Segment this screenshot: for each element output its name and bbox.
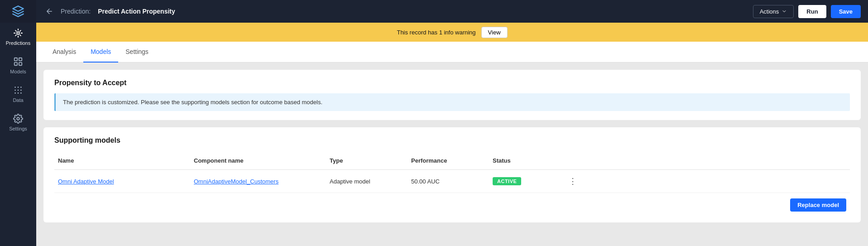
svg-point-13 [20,92,22,94]
svg-rect-2 [19,58,22,61]
sidebar-item-models[interactable]: Models [0,51,36,80]
svg-point-6 [18,87,19,88]
svg-point-14 [17,117,19,120]
predictions-icon [13,28,23,38]
settings-icon [13,114,23,124]
data-icon [13,85,23,95]
tab-models[interactable]: Models [83,42,118,63]
back-button[interactable] [43,5,55,17]
sidebar-label-settings: Settings [9,126,27,131]
svg-rect-4 [19,63,22,65]
sidebar-item-predictions[interactable]: Predictions [0,23,36,51]
component-name-link[interactable]: OmniAdaptiveModel_Customers [194,178,278,185]
col-header-status: Status [489,155,561,166]
sidebar-label-predictions: Predictions [6,40,30,46]
supporting-models-title: Supporting models [54,136,850,145]
warning-banner: This record has 1 info warning View [36,23,868,42]
actions-button[interactable]: Actions [753,5,794,18]
view-button[interactable]: View [481,27,508,38]
col-header-performance: Performance [408,155,489,166]
sidebar-item-data[interactable]: Data [0,80,36,108]
cell-status: ACTIVE [489,175,561,187]
propensity-title: Propensity to Accept [54,79,850,87]
models-icon [13,57,23,67]
topbar-actions: Actions Run Save [753,5,861,18]
more-options-button[interactable]: ⋮ [565,175,580,187]
model-name-link[interactable]: Omni Adaptive Model [58,178,114,185]
status-badge: ACTIVE [493,177,521,185]
run-button[interactable]: Run [798,5,826,18]
content-area: Analysis Models Settings Propensity to A… [36,42,868,246]
svg-point-12 [18,92,19,94]
cell-type: Adaptive model [326,176,408,187]
sidebar-item-settings[interactable]: Settings [0,108,36,137]
cell-performance: 50.00 AUC [408,176,489,187]
col-header-actions [561,155,850,166]
svg-point-10 [20,90,22,91]
col-header-name: Name [54,155,190,166]
svg-point-5 [14,87,16,88]
supporting-models-card: Supporting models Name Component name Ty… [43,127,861,222]
col-header-type: Type [326,155,408,166]
svg-point-9 [18,90,19,91]
main-content: Prediction: Predict Action Propensity Ac… [36,0,868,246]
sidebar-label-data: Data [13,97,23,103]
topbar: Prediction: Predict Action Propensity Ac… [36,0,868,23]
back-icon [45,7,53,15]
svg-point-8 [14,90,16,91]
save-button[interactable]: Save [831,5,861,18]
replace-model-button[interactable]: Replace model [790,198,846,212]
propensity-card: Propensity to Accept The prediction is c… [43,70,861,120]
table-headers: Name Component name Type Performance Sta… [54,152,850,170]
table-row: Omni Adaptive Model OmniAdaptiveModel_Cu… [54,170,850,193]
svg-point-11 [14,92,16,94]
table-footer: Replace model [54,193,850,213]
svg-rect-3 [14,63,17,65]
svg-point-7 [20,87,22,88]
warning-message: This record has 1 info warning [397,29,475,36]
info-banner: The prediction is customized. Please see… [54,93,850,111]
breadcrumb-prefix: Prediction: [61,8,91,15]
col-header-component-name: Component name [190,155,326,166]
tabs-bar: Analysis Models Settings [36,42,868,63]
chevron-down-icon [782,9,787,14]
cell-component-name: OmniAdaptiveModel_Customers [190,176,326,187]
tab-settings[interactable]: Settings [118,42,156,63]
svg-rect-1 [14,58,17,61]
table-section: Name Component name Type Performance Sta… [54,152,850,213]
cell-more-options: ⋮ [561,174,850,189]
prediction-name: Predict Action Propensity [98,8,175,15]
cell-name: Omni Adaptive Model [54,176,190,187]
sidebar-label-models: Models [10,69,26,74]
sidebar: Predictions Models Da [0,0,36,246]
svg-point-0 [17,32,19,34]
info-message: The prediction is customized. Please see… [63,99,322,106]
tab-analysis[interactable]: Analysis [45,42,83,63]
app-logo [0,0,36,23]
